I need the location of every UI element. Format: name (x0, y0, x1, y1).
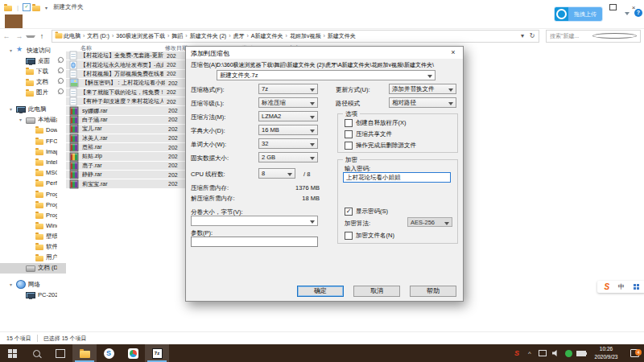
checkbox-icon[interactable] (345, 119, 353, 127)
ok-button[interactable]: 确定 (297, 286, 344, 297)
expand-chevron-icon[interactable]: ▾ (19, 117, 26, 122)
sidebar-item[interactable]: ▾ 快速访问 (0, 45, 66, 56)
tray-sogou-icon[interactable]: S (510, 349, 523, 357)
netdisk-pill[interactable]: 拖拽上传 (554, 6, 603, 22)
sidebar-item[interactable]: Intel (0, 157, 66, 167)
parameters-input[interactable] (191, 237, 318, 247)
field-combobox[interactable]: LZMA2 (258, 111, 318, 121)
breadcrumb-item[interactable]: A新建文件夹› (251, 32, 290, 40)
sidebar-item[interactable]: 软件 (0, 241, 66, 252)
field-combobox[interactable]: 8 (258, 168, 295, 179)
field-combobox[interactable]: 2 GB (258, 152, 318, 162)
sidebar-item[interactable]: Downloads (0, 125, 66, 135)
field-combobox[interactable]: 标准压缩 (258, 97, 318, 108)
taskbar-search-button[interactable] (24, 344, 48, 362)
breadcrumb-item[interactable]: 此电脑› (64, 32, 87, 40)
expand-chevron-icon[interactable]: ▾ (10, 282, 16, 287)
ime-mode-indicator[interactable]: 中 (618, 282, 625, 291)
sidebar-item[interactable]: ▾ 此电脑 (0, 104, 66, 114)
breadcrumb-item[interactable]: 舞蹈› (171, 32, 189, 40)
ribbon-tab[interactable] (58, 14, 76, 28)
taskbar-sogou-browser[interactable]: S (97, 344, 121, 362)
expand-chevron-icon[interactable]: ▾ (10, 107, 16, 112)
sidebar-item[interactable]: PerfLogs (0, 178, 66, 188)
field-combobox[interactable]: 7z (258, 84, 318, 94)
taskbar-7zip[interactable]: 7z (145, 344, 169, 362)
qat-customize-chevron-icon[interactable]: ▾ (45, 5, 47, 10)
up-button[interactable]: ↑ (35, 32, 48, 40)
tray-network-icon[interactable] (536, 350, 549, 356)
sidebar-item[interactable]: Windows (0, 220, 66, 231)
recent-locations-chevron-icon[interactable] (26, 35, 35, 39)
sidebar-item[interactable]: 文档 (D:) (0, 263, 66, 274)
refresh-icon[interactable]: ↻ (527, 32, 537, 39)
taskbar-baidu-netdisk[interactable] (121, 344, 145, 362)
breadcrumb-item[interactable]: 新建文件夹› (328, 32, 356, 40)
ribbon-tab[interactable] (23, 14, 40, 28)
back-button[interactable]: ← (0, 32, 13, 40)
tray-volume-icon[interactable] (549, 350, 562, 356)
ribbon-tab[interactable] (5, 14, 23, 28)
breadcrumb-item[interactable]: 虎牙› (233, 32, 251, 40)
sogou-ime-bar[interactable]: S 中 (597, 281, 644, 293)
netdisk-chevron-icon[interactable] (625, 12, 630, 18)
encryption-method-combobox[interactable]: AES-256 (407, 217, 452, 227)
maximize-button[interactable] (602, 0, 623, 14)
sidebar-item[interactable]: Imapbox (0, 146, 66, 157)
tray-antivirus-icon[interactable] (562, 350, 575, 357)
tray-hidden-icons-chevron[interactable]: ^ (523, 350, 536, 357)
cancel-button[interactable]: 取消 (353, 286, 400, 297)
action-center-button[interactable]: 4 (625, 349, 644, 357)
sidebar-item[interactable]: ProgramData (0, 210, 66, 220)
search-input[interactable]: 搜索"新建... (546, 30, 641, 43)
sidebar-item[interactable]: Program Files (0, 188, 66, 199)
sidebar-item[interactable]: 桌面 (0, 56, 66, 66)
help-button[interactable]: 帮助 (410, 286, 456, 297)
new-folder-icon[interactable] (32, 6, 40, 11)
taskbar-file-explorer[interactable] (72, 344, 97, 362)
checkbox-checked-icon[interactable]: ✓ (345, 208, 353, 216)
tray-battery-icon[interactable] (575, 351, 588, 356)
option-row[interactable]: 创建自释放程序(X) (345, 118, 407, 127)
dialog-titlebar[interactable]: 添加到压缩包 × (186, 47, 463, 59)
sidebar-item[interactable]: 图片 (0, 88, 66, 98)
show-password-option[interactable]: ✓ 显示密码(S) (345, 207, 388, 216)
checkbox-icon[interactable] (345, 142, 353, 150)
address-dropdown-icon[interactable]: ▾ (518, 32, 527, 39)
breadcrumb-item[interactable]: 新建文件夹 (2)› (190, 32, 233, 40)
archive-name-combobox[interactable]: 新建文件夹.7z (217, 70, 436, 80)
field-combobox[interactable]: 32 (258, 138, 318, 149)
sidebar-item[interactable]: FFOutput (0, 136, 66, 146)
forward-button[interactable]: → (13, 32, 26, 40)
checkbox-icon[interactable] (345, 232, 353, 240)
volume-size-combobox[interactable] (191, 216, 318, 226)
option-row[interactable]: 操作完成后删除源文件 (345, 141, 416, 150)
checkbox-icon[interactable] (345, 130, 353, 138)
encrypt-filenames-option[interactable]: 加密文件名(N) (345, 231, 394, 240)
sidebar-item[interactable]: ▾ 本地磁盘 (C:) (0, 114, 66, 125)
ribbon-tab[interactable] (40, 14, 58, 28)
path-mode-combobox[interactable]: 相对路径 (389, 97, 456, 108)
netdisk-help-icon[interactable]: ? (634, 9, 642, 17)
sidebar-item[interactable]: PC-20200115V (0, 290, 66, 300)
sogou-logo-icon[interactable]: S (604, 282, 609, 291)
breadcrumb-item[interactable]: 文档 (D:)› (87, 32, 116, 40)
expand-chevron-icon[interactable]: ▾ (10, 48, 16, 53)
password-input[interactable]: 上村花论坛看小姐姐 (343, 172, 451, 183)
sidebar-item[interactable]: Program Files (0, 200, 66, 210)
breadcrumb-item[interactable]: 花姬加v视频› (290, 32, 328, 40)
dialog-close-icon[interactable]: × (444, 47, 463, 59)
sidebar-item[interactable]: MSOCache (0, 167, 66, 178)
drag-upload-button[interactable]: 拖拽上传 (568, 7, 602, 21)
sidebar-item[interactable]: 壁纸 (0, 231, 66, 241)
sidebar-item[interactable]: 文档 (0, 77, 66, 88)
start-button[interactable] (0, 344, 24, 362)
properties-icon[interactable]: ✓ (23, 3, 31, 11)
sidebar-item[interactable]: 下载 (0, 66, 66, 76)
option-row[interactable]: 压缩共享文件 (345, 130, 392, 138)
field-combobox[interactable]: 16 MB (258, 125, 318, 135)
update-mode-combobox[interactable]: 添加并替换文件 (389, 84, 456, 94)
sidebar-item[interactable]: ▾ 网络 (0, 279, 66, 290)
taskbar-clock[interactable]: 10:26 2020/9/23 (588, 345, 625, 361)
task-view-button[interactable] (48, 344, 72, 362)
